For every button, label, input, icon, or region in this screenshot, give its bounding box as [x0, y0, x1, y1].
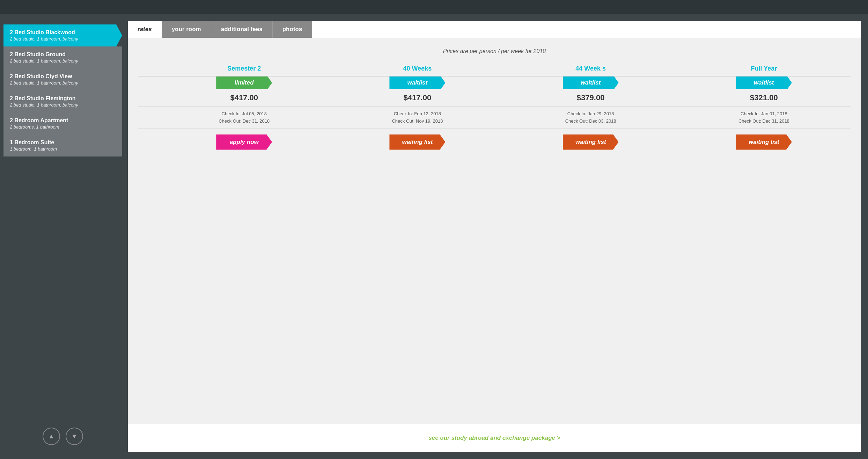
sidebar-item-subtitle: 2 bedrooms, 1 bathroom	[10, 124, 116, 130]
content-body: Prices are per person / per week for 201…	[128, 38, 861, 424]
sidebar-item-subtitle: 2 bed studio, 1 bathroom, balcony	[10, 80, 116, 86]
sidebar-item-subtitle: 1 bedroom, 1 bathroom	[10, 146, 116, 152]
top-bar	[0, 0, 868, 14]
status-badge-2: waitlist	[563, 76, 619, 89]
dates-0: Check In: Jul 05, 2018Check Out: Dec 31,…	[157, 107, 331, 129]
tab-bar: ratesyour roomadditional feesphotos	[128, 21, 861, 38]
col-header-fullyear: Full Year	[677, 61, 851, 76]
col-header-40weeks: 40 Weeks	[331, 61, 504, 76]
col-header-semester2: Semester 2	[157, 61, 331, 76]
sidebar-item-ground[interactable]: 2 Bed Studio Ground 2 bed studio, 1 bath…	[3, 46, 122, 68]
sidebar-item-title: 2 Bed Studio Blackwood	[10, 29, 108, 36]
action-btn-3[interactable]: waiting list	[736, 134, 792, 150]
sidebar-item-title: 2 Bed Studio Ground	[10, 51, 116, 58]
nav-up-button[interactable]: ▲	[43, 428, 60, 445]
action-btn-1[interactable]: waiting list	[389, 134, 445, 150]
tab-your-room[interactable]: your room	[162, 21, 211, 38]
sidebar-item-subtitle: 2 bed studio, 1 bathroom, balcony	[10, 58, 116, 64]
status-badge-0: limited	[216, 76, 272, 89]
sidebar-item-subtitle: 2 bed studio, 1 bathroom, balcony	[10, 102, 116, 108]
rates-table: Semester 240 Weeks44 Week sFull Yearlimi…	[138, 61, 851, 155]
status-badge-1: waitlist	[389, 76, 445, 89]
action-btn-2[interactable]: waiting list	[563, 134, 619, 150]
dates-3: Check In: Jan 01, 2018Check Out: Dec 31,…	[677, 107, 851, 129]
sidebar-item-title: 2 Bedroom Apartment	[10, 117, 116, 124]
nav-down-button[interactable]: ▼	[66, 428, 83, 445]
dates-1: Check In: Feb 12, 2018Check Out: Nov 19,…	[331, 107, 504, 129]
col-header-44weeks: 44 Week s	[504, 61, 677, 76]
sidebar-item-title: 2 Bed Studio Flemington	[10, 95, 116, 102]
price-3: $321.00	[677, 89, 851, 107]
sidebar-item-flemington[interactable]: 2 Bed Studio Flemington 2 bed studio, 1 …	[3, 90, 122, 112]
main-container: 2 Bed Studio Blackwood 2 bed studio, 1 b…	[0, 14, 868, 459]
dates-2: Check In: Jan 29, 2018Check Out: Dec 03,…	[504, 107, 677, 129]
study-abroad-link[interactable]: see our study abroad and exchange packag…	[128, 424, 861, 452]
price-2: $379.00	[504, 89, 677, 107]
sidebar-item-ctyd[interactable]: 2 Bed Studio Ctyd View 2 bed studio, 1 b…	[3, 68, 122, 90]
sidebar: 2 Bed Studio Blackwood 2 bed studio, 1 b…	[3, 21, 122, 452]
content-area: ratesyour roomadditional feesphotos Pric…	[128, 21, 861, 452]
sidebar-item-subtitle: 2 bed studio, 1 bathroom, balcony	[10, 36, 108, 42]
tab-additional-fees[interactable]: additional fees	[211, 21, 273, 38]
sidebar-item-blackwood[interactable]: 2 Bed Studio Blackwood 2 bed studio, 1 b…	[3, 24, 122, 46]
price-0: $417.00	[157, 89, 331, 107]
sidebar-item-title: 1 Bedroom Suite	[10, 139, 116, 146]
price-subtitle: Prices are per person / per week for 201…	[138, 48, 851, 54]
price-1: $417.00	[331, 89, 504, 107]
sidebar-item-suite[interactable]: 1 Bedroom Suite 1 bedroom, 1 bathroom	[3, 134, 122, 156]
action-btn-0[interactable]: apply now	[216, 134, 272, 150]
sidebar-item-title: 2 Bed Studio Ctyd View	[10, 73, 116, 80]
tab-photos[interactable]: photos	[273, 21, 312, 38]
sidebar-navigation: ▲ ▼	[3, 421, 122, 452]
sidebar-item-apartment[interactable]: 2 Bedroom Apartment 2 bedrooms, 1 bathro…	[3, 112, 122, 134]
status-badge-3: waitlist	[736, 76, 792, 89]
tab-rates[interactable]: rates	[128, 21, 162, 38]
